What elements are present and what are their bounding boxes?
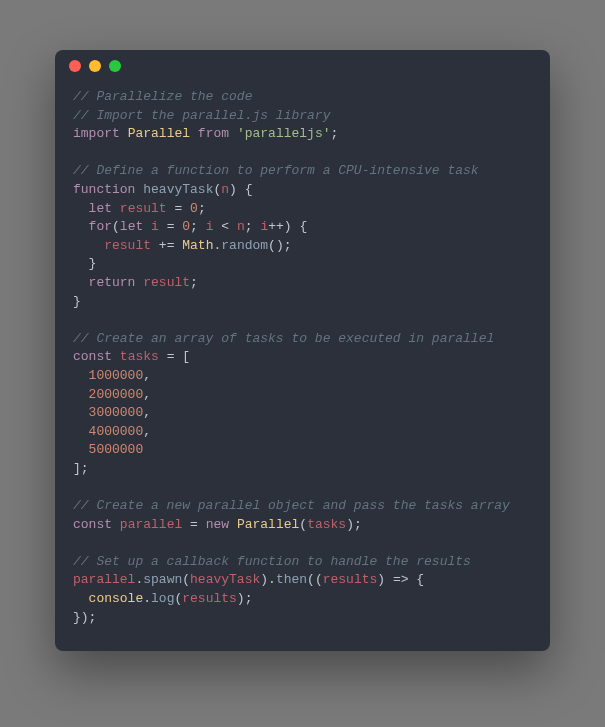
punct: }); xyxy=(73,610,96,625)
punct: , xyxy=(143,424,151,439)
number: 2000000 xyxy=(73,387,143,402)
comment: // Create an array of tasks to be execut… xyxy=(73,331,494,346)
punct: ); xyxy=(237,591,253,606)
keyword: from xyxy=(198,126,229,141)
function-call: random xyxy=(221,238,268,253)
op: = xyxy=(167,219,175,234)
number: 0 xyxy=(190,201,198,216)
function-name: heavyTask xyxy=(143,182,213,197)
punct: ) { xyxy=(229,182,252,197)
identifier: result xyxy=(73,238,151,253)
keyword: const xyxy=(73,349,112,364)
punct: ); xyxy=(346,517,362,532)
punct: = [ xyxy=(167,349,190,364)
builtin: console xyxy=(73,591,143,606)
comment: // Define a function to perform a CPU-in… xyxy=(73,163,479,178)
keyword: import xyxy=(73,126,120,141)
maximize-icon[interactable] xyxy=(109,60,121,72)
punct: ; xyxy=(190,219,198,234)
identifier: results xyxy=(182,591,237,606)
punct: , xyxy=(143,405,151,420)
function-call: log xyxy=(151,591,174,606)
function-call: then xyxy=(276,572,307,587)
identifier: result xyxy=(143,275,190,290)
punct: ) { xyxy=(284,219,307,234)
punct: ; xyxy=(198,201,206,216)
keyword: let xyxy=(120,219,143,234)
code-window: // Parallelize the code // Import the pa… xyxy=(55,50,550,651)
identifier: heavyTask xyxy=(190,572,260,587)
punct: ( xyxy=(112,219,120,234)
builtin: Math xyxy=(182,238,213,253)
op: < xyxy=(221,219,229,234)
identifier: n xyxy=(237,219,245,234)
identifier: parallel xyxy=(120,517,182,532)
punct: (); xyxy=(268,238,291,253)
window-titlebar xyxy=(55,50,550,82)
punct: ; xyxy=(245,219,253,234)
punct: ( xyxy=(299,517,307,532)
punct: ( xyxy=(182,572,190,587)
keyword: function xyxy=(73,182,135,197)
identifier: i xyxy=(206,219,214,234)
keyword: const xyxy=(73,517,112,532)
class-name: Parallel xyxy=(237,517,299,532)
punct: . xyxy=(143,591,151,606)
number: 5000000 xyxy=(73,442,143,457)
keyword: let xyxy=(73,201,112,216)
op: += xyxy=(159,238,175,253)
close-icon[interactable] xyxy=(69,60,81,72)
keyword: return xyxy=(73,275,135,290)
punct: ]; xyxy=(73,461,89,476)
op: = xyxy=(174,201,182,216)
minimize-icon[interactable] xyxy=(89,60,101,72)
op: ++ xyxy=(268,219,284,234)
comment: // Create a new parallel object and pass… xyxy=(73,498,510,513)
keyword: new xyxy=(206,517,229,532)
number: 4000000 xyxy=(73,424,143,439)
identifier: result xyxy=(120,201,167,216)
punct: ). xyxy=(260,572,276,587)
param: results xyxy=(323,572,378,587)
identifier: tasks xyxy=(307,517,346,532)
punct: ; xyxy=(331,126,339,141)
comment: // Parallelize the code xyxy=(73,89,252,104)
code-block: // Parallelize the code // Import the pa… xyxy=(55,82,550,651)
number: 1000000 xyxy=(73,368,143,383)
punct: , xyxy=(143,387,151,402)
function-call: spawn xyxy=(143,572,182,587)
punct: ) => { xyxy=(377,572,424,587)
comment: // Import the parallel.js library xyxy=(73,108,330,123)
identifier: i xyxy=(151,219,159,234)
identifier: Parallel xyxy=(128,126,190,141)
identifier: parallel xyxy=(73,572,135,587)
punct: } xyxy=(73,294,81,309)
punct: , xyxy=(143,368,151,383)
punct: ; xyxy=(190,275,198,290)
string: 'paralleljs' xyxy=(237,126,331,141)
op: = xyxy=(190,517,198,532)
comment: // Set up a callback function to handle … xyxy=(73,554,471,569)
punct: } xyxy=(73,256,96,271)
identifier: tasks xyxy=(120,349,159,364)
number: 3000000 xyxy=(73,405,143,420)
param: n xyxy=(221,182,229,197)
punct: (( xyxy=(307,572,323,587)
number: 0 xyxy=(182,219,190,234)
keyword: for xyxy=(73,219,112,234)
